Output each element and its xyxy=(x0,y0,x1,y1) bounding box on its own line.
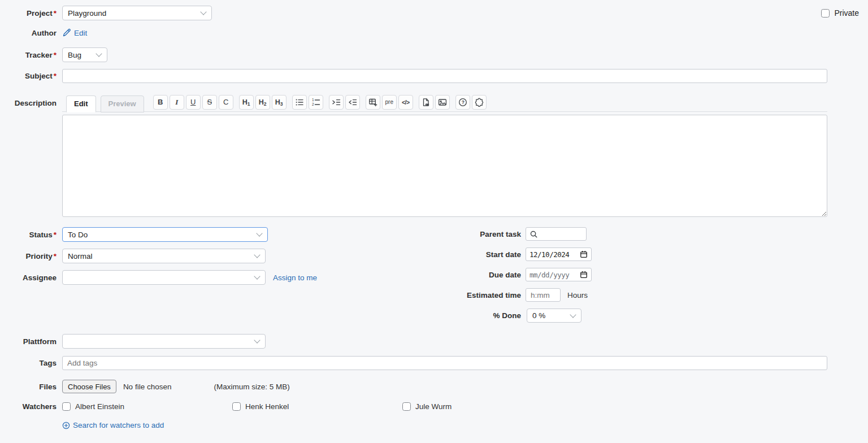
description-textarea[interactable] xyxy=(62,115,827,217)
author-row: Author Edit xyxy=(0,27,868,38)
chevron-down-icon xyxy=(254,251,260,258)
unordered-list-icon xyxy=(295,98,304,107)
watcher-checkbox[interactable] xyxy=(402,402,411,411)
table-plus-icon xyxy=(368,98,377,107)
watcher-name: Albert Einstein xyxy=(75,402,124,411)
inline-code-button[interactable]: C xyxy=(219,95,233,110)
tracker-select[interactable]: Bug xyxy=(62,47,107,62)
watcher-option[interactable]: Henk Henkel xyxy=(232,402,402,411)
choose-files-button[interactable]: Choose Files xyxy=(62,380,116,393)
watcher-option[interactable]: Jule Wurm xyxy=(402,402,572,411)
author-edit-label: Edit xyxy=(74,29,87,37)
tags-label: Tags xyxy=(0,359,57,367)
pencil-icon xyxy=(62,28,71,37)
percent-done-select[interactable]: 0 % xyxy=(527,309,581,323)
calendar-icon[interactable] xyxy=(580,271,588,279)
code-block-icon: </> xyxy=(402,99,410,106)
preformatted-button[interactable]: pre xyxy=(382,95,397,110)
plattform-row: Plattform xyxy=(0,334,868,349)
status-label: Status* xyxy=(0,231,57,239)
private-checkbox[interactable] xyxy=(821,9,830,18)
editor-tabbar: Edit Preview B I U S C H1 H2 H3 12 xyxy=(62,95,827,112)
watcher-option[interactable]: Albert Einstein xyxy=(62,402,232,411)
chevron-down-icon xyxy=(254,273,260,279)
watcher-checkbox[interactable] xyxy=(62,402,71,411)
assignee-label: Assignee xyxy=(0,273,57,282)
puzzle-icon xyxy=(475,98,484,107)
insert-image-button[interactable] xyxy=(435,95,450,110)
priority-label: Priority* xyxy=(0,252,57,260)
italic-button[interactable]: I xyxy=(170,95,184,110)
underline-button[interactable]: U xyxy=(186,95,201,110)
estimated-time-input[interactable] xyxy=(526,288,561,302)
heading3-button[interactable]: H3 xyxy=(272,95,287,110)
search-watchers-link[interactable]: Search for watchers to add xyxy=(62,421,164,429)
due-date-placeholder: mm/dd/yyyy xyxy=(530,271,569,279)
parent-task-input[interactable] xyxy=(526,227,587,241)
svg-text:1: 1 xyxy=(312,98,314,102)
new-issue-form: Private Project* Playground Author Edit … xyxy=(0,0,868,429)
start-date-label: Start date xyxy=(446,250,521,259)
description-row: Description Edit Preview B I U S C H1 H2… xyxy=(0,95,868,217)
editor-toolbar: B I U S C H1 H2 H3 12 xyxy=(153,94,488,111)
due-date-row: Due date mm/dd/yyyy xyxy=(446,268,592,281)
description-editor: Edit Preview B I U S C H1 H2 H3 12 xyxy=(62,95,827,217)
insert-table-button[interactable] xyxy=(366,95,380,110)
tab-edit[interactable]: Edit xyxy=(66,95,96,112)
calendar-icon[interactable] xyxy=(580,250,588,258)
status-row: Status* To Do xyxy=(0,227,868,242)
search-watchers-label: Search for watchers to add xyxy=(73,421,164,429)
assign-to-me-link[interactable]: Assign to me xyxy=(273,273,317,282)
h1-icon: H xyxy=(242,98,248,106)
required-asterisk: * xyxy=(54,72,57,80)
unordered-list-button[interactable] xyxy=(292,95,307,110)
required-asterisk: * xyxy=(54,231,57,239)
watchers-row: Watchers Albert Einstein Henk Henkel Jul… xyxy=(0,402,868,411)
description-label: Description xyxy=(0,99,57,107)
author-edit-link[interactable]: Edit xyxy=(62,28,87,37)
priority-select[interactable]: Normal xyxy=(62,249,266,263)
priority-select-value: Normal xyxy=(68,252,93,260)
unquote-button[interactable] xyxy=(345,95,360,110)
subject-row: Subject* xyxy=(0,69,868,83)
code-block-button[interactable]: </> xyxy=(398,95,413,110)
tracker-label: Tracker* xyxy=(0,51,57,59)
estimated-time-label: Estimated time xyxy=(446,291,521,299)
heading1-button[interactable]: H1 xyxy=(239,95,254,110)
start-date-input[interactable]: 12/10/2024 xyxy=(526,247,592,261)
plattform-select[interactable] xyxy=(62,334,266,349)
status-select-value: To Do xyxy=(68,231,88,239)
watcher-name: Henk Henkel xyxy=(245,402,289,411)
strikethrough-button[interactable]: S xyxy=(202,95,217,110)
heading2-button[interactable]: H2 xyxy=(255,95,270,110)
parent-task-label: Parent task xyxy=(446,230,521,238)
subject-input[interactable] xyxy=(62,69,827,83)
file-chosen-status: No file chosen xyxy=(123,383,172,391)
assignee-select[interactable] xyxy=(62,270,266,285)
link-file-button[interactable] xyxy=(419,95,433,110)
plus-circle-icon xyxy=(62,422,70,429)
assignee-row: Assignee Assign to me xyxy=(0,270,868,285)
status-select[interactable]: To Do xyxy=(62,227,268,242)
private-field: Private xyxy=(821,8,859,18)
svg-text:?: ? xyxy=(461,99,464,105)
tracker-select-value: Bug xyxy=(68,51,81,59)
files-row: Files Choose Files No file chosen (Maxim… xyxy=(0,380,868,393)
blockquote-button[interactable] xyxy=(329,95,344,110)
h3-icon: H xyxy=(275,98,280,106)
help-button[interactable]: ? xyxy=(455,95,470,110)
required-asterisk: * xyxy=(54,51,57,59)
due-date-input[interactable]: mm/dd/yyyy xyxy=(526,268,592,281)
estimated-time-row: Estimated time Hours xyxy=(446,288,592,302)
macro-button[interactable] xyxy=(472,95,487,110)
bold-button[interactable]: B xyxy=(153,95,168,110)
tab-preview[interactable]: Preview xyxy=(101,95,144,112)
inline-code-icon: C xyxy=(223,98,228,106)
ordered-list-button[interactable]: 12 xyxy=(309,95,323,110)
watcher-checkbox[interactable] xyxy=(232,402,241,411)
watcher-name: Jule Wurm xyxy=(415,402,452,411)
subject-label: Subject* xyxy=(0,72,57,80)
tags-input[interactable] xyxy=(62,356,827,370)
project-select[interactable]: Playground xyxy=(62,6,212,20)
h2-sub: 2 xyxy=(264,101,267,107)
